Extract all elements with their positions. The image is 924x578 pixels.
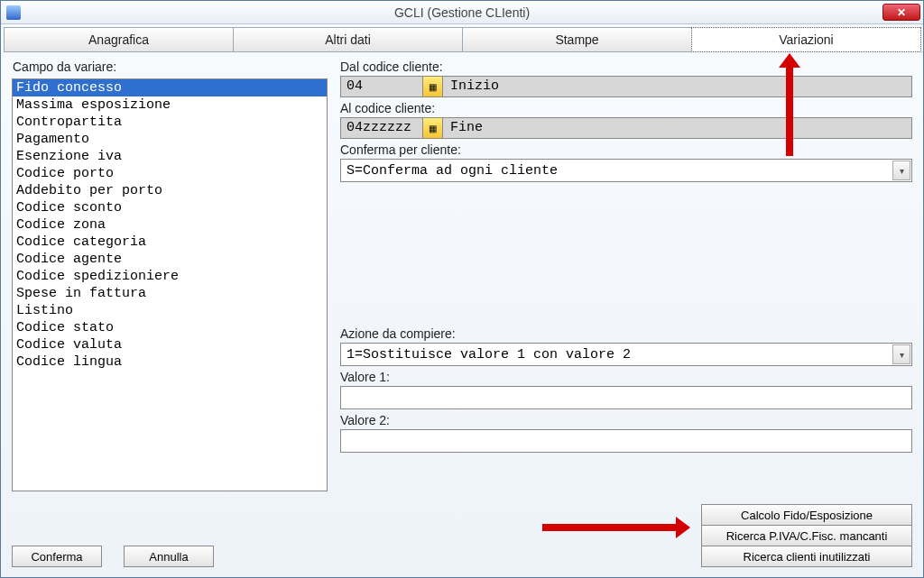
conferma-cliente-label: Conferma per cliente: bbox=[340, 142, 912, 157]
list-item[interactable]: Codice sconto bbox=[13, 199, 327, 216]
list-item[interactable]: Listino bbox=[13, 302, 327, 319]
list-item[interactable]: Codice agente bbox=[13, 251, 327, 268]
valore2-input[interactable] bbox=[340, 429, 912, 453]
chevron-down-icon: ▾ bbox=[892, 344, 910, 364]
al-codice-label: Al codice cliente: bbox=[340, 101, 912, 115]
close-button[interactable]: ✕ bbox=[882, 4, 920, 21]
azione-value: 1=Sostituisce valore 1 con valore 2 bbox=[346, 347, 631, 362]
tab-bar: Anagrafica Altri dati Stampe Variazioni bbox=[4, 27, 920, 52]
lookup-icon: ▦ bbox=[429, 82, 437, 92]
lookup-icon: ▦ bbox=[429, 124, 437, 133]
list-item[interactable]: Massima esposizione bbox=[13, 96, 327, 114]
list-item[interactable]: Spese in fattura bbox=[13, 285, 327, 302]
list-item[interactable]: Codice lingua bbox=[13, 353, 327, 371]
conferma-button[interactable]: Conferma bbox=[12, 546, 102, 567]
dal-codice-desc: Inizio bbox=[443, 76, 912, 97]
list-item[interactable]: Pagamento bbox=[13, 131, 327, 148]
valore1-label: Valore 1: bbox=[340, 370, 912, 384]
list-item[interactable]: Codice categoria bbox=[13, 234, 327, 251]
right-button-stack: Calcolo Fido/Esposizione Ricerca P.IVA/C… bbox=[701, 504, 912, 566]
list-item[interactable]: Codice porto bbox=[13, 165, 327, 182]
campo-variare-list[interactable]: Fido concessoMassima esposizioneContropa… bbox=[12, 78, 328, 491]
valore1-input[interactable] bbox=[340, 386, 912, 409]
window-title: GCLI (Gestione CLIenti) bbox=[1, 5, 923, 20]
content-area: Campo da variare: Fido concessoMassima e… bbox=[6, 57, 918, 572]
tab-altri-dati[interactable]: Altri dati bbox=[233, 27, 463, 52]
tab-stampe[interactable]: Stampe bbox=[462, 27, 692, 52]
left-button-row: Conferma Annulla bbox=[12, 546, 214, 566]
dal-codice-lookup-button[interactable]: ▦ bbox=[423, 76, 443, 97]
close-icon: ✕ bbox=[897, 6, 906, 19]
conferma-cliente-select[interactable]: S=Conferma ad ogni cliente ▾ bbox=[340, 159, 912, 182]
al-codice-input[interactable]: 04zzzzzz bbox=[340, 117, 423, 139]
list-item[interactable]: Esenzione iva bbox=[13, 148, 327, 165]
tab-anagrafica[interactable]: Anagrafica bbox=[4, 27, 234, 52]
ricerca-piva-cf-button[interactable]: Ricerca P.IVA/C.Fisc. mancanti bbox=[701, 525, 912, 546]
right-panel: Dal codice cliente: 04 ▦ Inizio Al codic… bbox=[340, 60, 912, 453]
tab-variazioni[interactable]: Variazioni bbox=[691, 27, 921, 52]
dal-codice-input[interactable]: 04 bbox=[340, 76, 423, 97]
list-item[interactable]: Codice stato bbox=[13, 319, 327, 336]
list-item[interactable]: Codice spedizioniere bbox=[13, 268, 327, 285]
ricerca-clienti-inutilizzati-button[interactable]: Ricerca clienti inutilizzati bbox=[701, 546, 912, 567]
list-item[interactable]: Addebito per porto bbox=[13, 182, 327, 199]
calcolo-fido-button[interactable]: Calcolo Fido/Esposizione bbox=[701, 504, 912, 526]
azione-label: Azione da compiere: bbox=[340, 326, 912, 341]
list-item[interactable]: Codice valuta bbox=[13, 336, 327, 353]
annulla-button[interactable]: Annulla bbox=[124, 546, 214, 567]
titlebar: GCLI (Gestione CLIenti) ✕ bbox=[1, 1, 923, 24]
app-window: GCLI (Gestione CLIenti) ✕ Anagrafica Alt… bbox=[0, 0, 924, 578]
valore2-label: Valore 2: bbox=[340, 413, 912, 427]
list-item[interactable]: Codice zona bbox=[13, 216, 327, 234]
al-codice-lookup-button[interactable]: ▦ bbox=[423, 117, 443, 139]
conferma-cliente-value: S=Conferma ad ogni cliente bbox=[346, 163, 558, 179]
chevron-down-icon: ▾ bbox=[892, 161, 910, 180]
dal-codice-label: Dal codice cliente: bbox=[340, 60, 912, 74]
al-codice-desc: Fine bbox=[443, 117, 912, 139]
azione-select[interactable]: 1=Sostituisce valore 1 con valore 2 ▾ bbox=[340, 343, 912, 366]
annotation-arrow-button bbox=[542, 524, 678, 531]
list-item[interactable]: Contropartita bbox=[13, 114, 327, 131]
list-item[interactable]: Fido concesso bbox=[13, 79, 327, 96]
campo-variare-label: Campo da variare: bbox=[13, 60, 116, 74]
annotation-arrow-tab bbox=[786, 66, 793, 156]
